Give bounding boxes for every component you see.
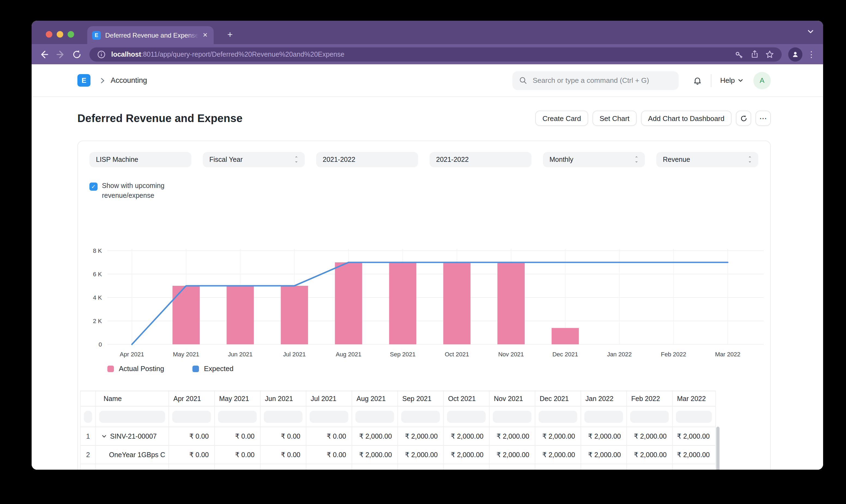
column-header-dec-2021[interactable]: Dec 2021 xyxy=(535,391,581,407)
bookmark-star-icon[interactable] xyxy=(764,49,775,60)
amount-cell[interactable]: ₹ 2,000.00 xyxy=(352,427,398,446)
amount-cell[interactable] xyxy=(306,464,352,470)
amount-cell[interactable]: ₹ 2,000.00 xyxy=(627,446,673,464)
column-header-name[interactable]: Name xyxy=(96,391,169,407)
notifications-bell-icon[interactable] xyxy=(693,75,702,85)
amount-cell[interactable]: ₹ 2,000.00 xyxy=(535,427,581,446)
menu-ellipsis-button[interactable]: ⋯ xyxy=(756,111,771,126)
column-filter-input[interactable] xyxy=(490,407,535,427)
amount-cell[interactable]: ₹ 2,000.00 xyxy=(581,427,627,446)
column-filter-input[interactable] xyxy=(673,407,716,427)
column-filter-input[interactable] xyxy=(215,407,261,427)
column-header-may-2021[interactable]: May 2021 xyxy=(215,391,261,407)
column-header-aug-2021[interactable]: Aug 2021 xyxy=(352,391,398,407)
column-filter-input[interactable] xyxy=(444,407,490,427)
amount-cell[interactable] xyxy=(535,464,581,470)
row-name-cell[interactable]: OneYear 1GBps C xyxy=(96,446,169,464)
erpnext-logo[interactable]: E xyxy=(77,74,90,87)
column-filter-input[interactable] xyxy=(306,407,352,427)
column-filter-input[interactable] xyxy=(581,407,627,427)
add-chart-to-dashboard-button[interactable]: Add Chart to Dashboard xyxy=(641,111,732,126)
amount-cell[interactable]: ₹ 2,000.00 xyxy=(352,446,398,464)
browser-tab[interactable]: E Deferred Revenue and Expense ✕ xyxy=(87,26,214,44)
column-header-nov-2021[interactable]: Nov 2021 xyxy=(490,391,535,407)
amount-cell[interactable] xyxy=(581,464,627,470)
tab-search-chevron-icon[interactable] xyxy=(807,28,814,38)
row-expand-chevron-icon[interactable] xyxy=(101,433,107,439)
help-menu[interactable]: Help xyxy=(720,76,744,85)
back-button[interactable] xyxy=(38,48,50,60)
row-name-cell[interactable] xyxy=(96,464,169,470)
amount-cell[interactable] xyxy=(673,464,716,470)
filter-2021-2022[interactable]: 2021-2022 xyxy=(429,152,531,167)
amount-cell[interactable]: ₹ 0.00 xyxy=(261,446,306,464)
amount-cell[interactable]: ₹ 0.00 xyxy=(306,446,352,464)
column-filter-input[interactable] xyxy=(398,407,444,427)
amount-cell[interactable] xyxy=(169,464,215,470)
tab-close-icon[interactable]: ✕ xyxy=(202,31,209,39)
column-filter-input[interactable] xyxy=(627,407,673,427)
amount-cell[interactable]: ₹ 0.00 xyxy=(215,427,261,446)
amount-cell[interactable] xyxy=(490,464,535,470)
new-tab-button[interactable]: + xyxy=(224,28,236,41)
table-scrollbar[interactable] xyxy=(716,427,720,470)
column-header-mar-2022[interactable]: Mar 2022 xyxy=(673,391,716,407)
column-header-jan-2022[interactable]: Jan 2022 xyxy=(581,391,627,407)
amount-cell[interactable]: ₹ 2,000.00 xyxy=(535,446,581,464)
amount-cell[interactable]: ₹ 2,000.00 xyxy=(444,446,490,464)
row-name-cell[interactable]: SINV-21-00007 xyxy=(96,427,169,446)
amount-cell[interactable] xyxy=(215,464,261,470)
amount-cell[interactable] xyxy=(444,464,490,470)
show-upcoming-checkbox[interactable]: ✓ xyxy=(89,182,98,191)
amount-cell[interactable]: ₹ 2,000.00 xyxy=(673,427,716,446)
amount-cell[interactable] xyxy=(261,464,306,470)
breadcrumb[interactable]: Accounting xyxy=(111,76,147,85)
column-header-feb-2022[interactable]: Feb 2022 xyxy=(627,391,673,407)
amount-cell[interactable] xyxy=(352,464,398,470)
minimize-window-button[interactable] xyxy=(57,31,63,38)
filter-lisp-machine[interactable]: LISP Machine xyxy=(89,152,191,167)
maximize-window-button[interactable] xyxy=(68,31,74,38)
user-avatar[interactable]: A xyxy=(753,72,771,89)
reload-button[interactable] xyxy=(71,48,83,60)
column-filter-input[interactable] xyxy=(81,407,96,427)
amount-cell[interactable]: ₹ 0.00 xyxy=(261,427,306,446)
amount-cell[interactable] xyxy=(627,464,673,470)
amount-cell[interactable]: ₹ 2,000.00 xyxy=(673,446,716,464)
column-header-oct-2021[interactable]: Oct 2021 xyxy=(444,391,490,407)
amount-cell[interactable]: ₹ 2,000.00 xyxy=(398,446,444,464)
address-bar[interactable]: localhost:8011/app/query-report/Deferred… xyxy=(89,47,782,61)
filter-revenue[interactable]: Revenue⌃⌄ xyxy=(656,152,758,167)
column-filter-input[interactable] xyxy=(535,407,581,427)
share-icon[interactable] xyxy=(749,49,760,60)
amount-cell[interactable]: ₹ 0.00 xyxy=(306,427,352,446)
filter-2021-2022[interactable]: 2021-2022 xyxy=(316,152,418,167)
amount-cell[interactable]: ₹ 2,000.00 xyxy=(490,427,535,446)
column-header-index[interactable] xyxy=(81,391,96,407)
refresh-button[interactable] xyxy=(736,111,751,126)
global-search[interactable] xyxy=(513,71,679,90)
column-filter-input[interactable] xyxy=(96,407,169,427)
amount-cell[interactable]: ₹ 2,000.00 xyxy=(490,446,535,464)
column-filter-input[interactable] xyxy=(352,407,398,427)
amount-cell[interactable]: ₹ 2,000.00 xyxy=(627,427,673,446)
column-header-jun-2021[interactable]: Jun 2021 xyxy=(261,391,306,407)
close-window-button[interactable] xyxy=(46,31,52,38)
password-key-icon[interactable] xyxy=(734,49,745,60)
column-filter-input[interactable] xyxy=(169,407,215,427)
set-chart-button[interactable]: Set Chart xyxy=(593,111,637,126)
column-header-jul-2021[interactable]: Jul 2021 xyxy=(306,391,352,407)
create-card-button[interactable]: Create Card xyxy=(535,111,588,126)
amount-cell[interactable]: ₹ 0.00 xyxy=(169,427,215,446)
amount-cell[interactable]: ₹ 2,000.00 xyxy=(444,427,490,446)
browser-menu-icon[interactable]: ⋮ xyxy=(807,49,816,59)
amount-cell[interactable]: ₹ 0.00 xyxy=(215,446,261,464)
search-input[interactable] xyxy=(532,76,672,85)
amount-cell[interactable] xyxy=(398,464,444,470)
filter-monthly[interactable]: Monthly⌃⌄ xyxy=(543,152,645,167)
forward-button[interactable] xyxy=(54,48,67,60)
column-filter-input[interactable] xyxy=(261,407,306,427)
browser-profile-avatar[interactable] xyxy=(788,47,803,61)
column-header-sep-2021[interactable]: Sep 2021 xyxy=(398,391,444,407)
amount-cell[interactable]: ₹ 2,000.00 xyxy=(581,446,627,464)
